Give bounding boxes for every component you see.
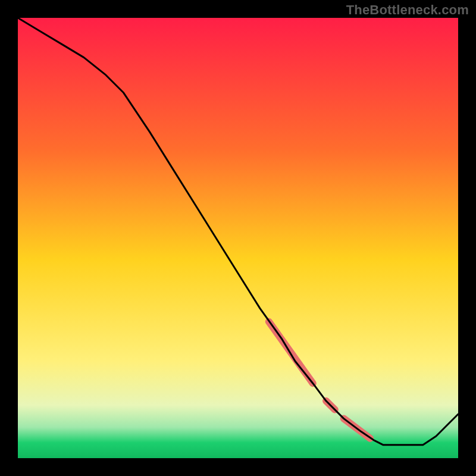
bottleneck-chart	[0, 0, 476, 476]
watermark-text: TheBottleneck.com	[346, 2, 469, 18]
plot-area	[18, 18, 458, 458]
chart-frame: { "watermark": "TheBottleneck.com", "col…	[0, 0, 476, 476]
